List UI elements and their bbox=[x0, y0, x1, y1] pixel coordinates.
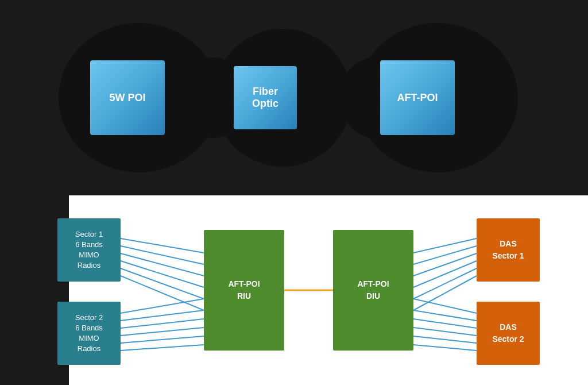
blob-container: 5W POI FiberOptic AFT-POI bbox=[36, 17, 552, 178]
poi-aft-label: AFT-POI bbox=[397, 92, 438, 104]
svg-line-19 bbox=[413, 299, 477, 313]
svg-line-0 bbox=[121, 238, 204, 253]
diagram-container: Sector 16 BandsMIMORadios Sector 26 Band… bbox=[57, 207, 551, 379]
svg-line-9 bbox=[121, 328, 204, 336]
svg-line-8 bbox=[121, 319, 204, 328]
svg-line-23 bbox=[413, 336, 477, 343]
svg-line-18 bbox=[413, 276, 477, 310]
svg-line-5 bbox=[121, 276, 204, 310]
svg-line-1 bbox=[121, 246, 204, 264]
svg-line-6 bbox=[121, 299, 204, 313]
poi-aft-box: AFT-POI bbox=[380, 60, 455, 135]
poi-fiber-label: FiberOptic bbox=[252, 86, 278, 110]
top-section: 5W POI FiberOptic AFT-POI bbox=[0, 0, 588, 195]
poi-5w-box: 5W POI bbox=[90, 60, 165, 135]
svg-line-24 bbox=[413, 345, 477, 351]
svg-line-22 bbox=[413, 328, 477, 336]
poi-fiber-box: FiberOptic bbox=[234, 66, 297, 129]
svg-line-20 bbox=[413, 310, 477, 321]
svg-line-21 bbox=[413, 319, 477, 328]
svg-line-11 bbox=[121, 345, 204, 351]
svg-line-13 bbox=[413, 238, 477, 253]
svg-line-10 bbox=[121, 336, 204, 343]
bottom-section: Sector 16 BandsMIMORadios Sector 26 Band… bbox=[0, 195, 588, 385]
svg-line-14 bbox=[413, 246, 477, 264]
svg-line-7 bbox=[121, 310, 204, 321]
connections-svg bbox=[57, 207, 551, 379]
poi-5w-label: 5W POI bbox=[109, 92, 145, 104]
